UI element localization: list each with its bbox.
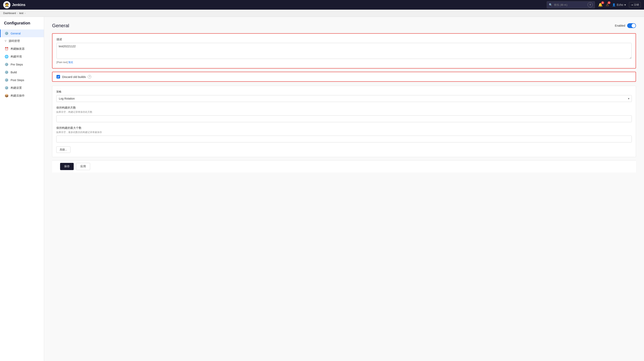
user-menu[interactable]: 👤 Echo ▾ (612, 3, 626, 7)
presteps-icon: ⚙️ (4, 63, 8, 66)
logo-text: Jenkins (12, 3, 26, 7)
strategy-select[interactable]: Log Rotation Build Days Build Count (56, 95, 632, 102)
discard-help-icon[interactable]: ? (88, 75, 91, 79)
toggle-check-icon: ✓ (633, 24, 635, 27)
checkmark-icon (57, 76, 60, 78)
bottom-action-bar: 保存 应用 (52, 160, 636, 172)
strategy-label: 策略 (56, 90, 632, 94)
build-icon: ⚙️ (4, 70, 8, 74)
sidebar-title: Configuration (0, 21, 44, 30)
search-help-icon[interactable]: ? (588, 2, 593, 8)
user-icon: 👤 (612, 3, 616, 7)
discard-builds-section: Discard old builds ? (52, 72, 636, 82)
sidebar-item-general[interactable]: ⚙️ General (0, 30, 44, 37)
sidebar-item-build[interactable]: ⚙️ Build (0, 68, 44, 76)
env-icon: 🌐 (4, 55, 8, 59)
search-input[interactable] (554, 4, 586, 7)
sidebar-label-triggers: 构建触发器 (10, 47, 25, 51)
notifications-bell[interactable]: 🔔 1 (598, 3, 602, 7)
breadcrumb-sep1: › (17, 12, 18, 15)
user-name: Echo (617, 3, 623, 7)
save-button[interactable]: 保存 (60, 163, 74, 170)
sidebar-item-poststeps[interactable]: ⚙️ Post Steps (0, 76, 44, 84)
search-bar[interactable]: 🔍 ? (547, 1, 595, 9)
sidebar: Configuration ⚙️ General ⑂ 源码管理 ⏰ 构建触发器 … (0, 17, 44, 361)
logo-icon: 🤵 (3, 1, 10, 9)
sidebar-label-presteps: Pre Steps (10, 63, 23, 66)
advanced-button[interactable]: 高级... (56, 146, 70, 153)
count-hint: 如果非空，最多此数目的构建记录将被保存 (56, 131, 632, 134)
description-section: 描述 [Plain text] 预览 (52, 33, 636, 69)
days-field: 保持构建的天数 如果非空，构建记录将保存此天数 (56, 106, 632, 122)
source-icon: ⑂ (4, 39, 6, 43)
warning-badge: 1 (608, 2, 611, 4)
breadcrumb-sep2: › (25, 12, 26, 15)
sidebar-item-presteps[interactable]: ⚙️ Pre Steps (0, 61, 44, 68)
sidebar-label-poststeps: Post Steps (10, 79, 24, 82)
breadcrumb-dashboard[interactable]: Dashboard (3, 12, 16, 15)
section-header: General Enabled ✓ (52, 23, 636, 29)
strategy-section: 策略 Log Rotation Build Days Build Count ▾… (52, 86, 636, 157)
poststeps-icon: ⚙️ (4, 78, 8, 82)
sidebar-item-postbuild[interactable]: 📦 构建后操作 (0, 92, 44, 100)
sidebar-item-env[interactable]: 🌐 构建环境 (0, 53, 44, 61)
main-content: General Enabled ✓ 描述 [Plain text] 预览 (44, 17, 644, 361)
apply-button[interactable]: 应用 (76, 163, 90, 170)
count-label: 保持构建的最大个数 (56, 126, 632, 130)
logout-button[interactable]: ⇥ 注销 (629, 2, 641, 8)
sidebar-item-settings[interactable]: ⚙️ 构建设置 (0, 84, 44, 92)
enabled-label: Enabled (615, 24, 625, 27)
description-hint: [Plain text] 预览 (56, 61, 632, 64)
sidebar-label-source: 源码管理 (8, 39, 20, 43)
enabled-row: Enabled ✓ (615, 23, 636, 28)
user-chevron-icon: ▾ (624, 3, 626, 7)
enabled-toggle[interactable]: ✓ (627, 23, 636, 28)
count-field: 保持构建的最大个数 如果非空，最多此数目的构建记录将被保存 (56, 126, 632, 142)
description-textarea[interactable] (56, 43, 632, 59)
count-input[interactable] (56, 136, 632, 142)
discard-label: Discard old builds (62, 75, 86, 79)
sidebar-label-postbuild: 构建后操作 (10, 94, 25, 98)
nav-logo[interactable]: 🤵 Jenkins (3, 1, 26, 9)
description-preview-link[interactable]: 预览 (68, 61, 73, 64)
breadcrumb: Dashboard › test › (0, 10, 644, 17)
settings-icon: ⚙️ (4, 86, 8, 90)
logout-label: 注销 (634, 3, 639, 7)
section-title: General (52, 23, 69, 29)
sidebar-label-general: General (10, 32, 21, 35)
triggers-icon: ⏰ (4, 47, 8, 51)
sidebar-label-settings: 构建设置 (10, 86, 22, 90)
sidebar-item-triggers[interactable]: ⏰ 构建触发器 (0, 45, 44, 53)
top-nav: 🤵 Jenkins 🔍 ? 🔔 1 ⚠ 1 👤 Echo ▾ ⇥ 注销 (0, 0, 644, 10)
notification-badge: 1 (601, 2, 604, 4)
days-input[interactable] (56, 115, 632, 122)
sidebar-label-env: 构建环境 (10, 55, 22, 59)
logout-icon: ⇥ (631, 4, 633, 7)
security-warning[interactable]: ⚠ 1 (606, 3, 609, 7)
sidebar-item-source[interactable]: ⑂ 源码管理 (0, 37, 44, 45)
breadcrumb-test[interactable]: test (19, 12, 24, 15)
main-layout: Configuration ⚙️ General ⑂ 源码管理 ⏰ 构建触发器 … (0, 17, 644, 361)
days-label: 保持构建的天数 (56, 106, 632, 110)
sidebar-label-build: Build (10, 71, 17, 74)
search-icon: 🔍 (549, 3, 552, 7)
postbuild-icon: 📦 (4, 94, 8, 98)
description-hint-static: [Plain text] (56, 61, 68, 64)
general-icon: ⚙️ (4, 32, 8, 35)
strategy-select-wrapper: Log Rotation Build Days Build Count ▾ (56, 95, 632, 102)
days-hint: 如果非空，构建记录将保存此天数 (56, 110, 632, 114)
description-label: 描述 (56, 38, 632, 41)
discard-checkbox[interactable] (56, 75, 60, 79)
